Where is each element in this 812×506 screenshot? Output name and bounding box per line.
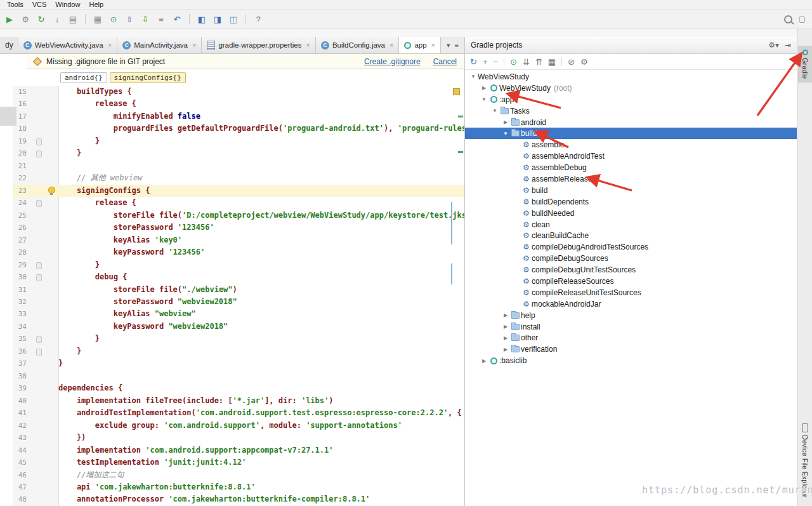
group-modules-icon[interactable]: ▦: [548, 58, 556, 66]
expand-arrow-icon[interactable]: ▶: [501, 312, 510, 318]
tab-close-icon[interactable]: ×: [108, 41, 112, 49]
expand-arrow-icon[interactable]: ▶: [480, 358, 488, 364]
undo-icon[interactable]: ↶: [171, 15, 183, 23]
expand-arrow-icon[interactable]: ▼: [469, 74, 478, 79]
help-icon[interactable]: ?: [252, 15, 264, 23]
tree-item-webviewstudy[interactable]: ▶WebViewStudy(root): [465, 83, 797, 94]
run-icon[interactable]: ▶: [4, 15, 15, 23]
chart-icon[interactable]: ◫: [228, 15, 239, 23]
tree-item-compiledebugunittestsources[interactable]: ⚙compileDebugUnitTestSources: [465, 264, 797, 276]
tree-item-app[interactable]: ▼:app: [465, 94, 797, 105]
tree-item-build[interactable]: ⚙build: [465, 185, 797, 196]
line-number: 38: [13, 370, 27, 382]
tab-close-icon[interactable]: ×: [431, 41, 435, 49]
tab-overflow-icon[interactable]: ≡: [455, 41, 459, 49]
expand-all-icon[interactable]: ⇊: [523, 58, 530, 66]
menu-item-help[interactable]: Help: [84, 1, 108, 8]
menu-item-window[interactable]: Window: [51, 1, 84, 8]
notification-action-cancel[interactable]: Cancel: [433, 57, 457, 66]
expand-arrow-icon[interactable]: ▼: [501, 131, 510, 136]
expand-arrow-icon[interactable]: ▼: [490, 108, 499, 114]
right-tool-window-bar: Gradle Device File Explorer: [797, 29, 812, 506]
search-icon[interactable]: [784, 15, 792, 23]
changes-icon[interactable]: ≡: [155, 15, 167, 23]
tab-buildconfig-java[interactable]: CBuildConfig.java×: [316, 37, 400, 53]
menu-item-tools[interactable]: Tools: [3, 1, 28, 8]
download-icon[interactable]: ↓: [51, 15, 63, 23]
vcs-commit-icon[interactable]: ⇩: [140, 15, 151, 23]
tree-item-tasks[interactable]: ▼Tasks: [465, 105, 797, 117]
tree-item-compiledebugsources[interactable]: ⚙compileDebugSources: [465, 253, 797, 264]
code-line: 25 storeFile file('D:/completeproject/we…: [13, 210, 464, 222]
window-icon[interactable]: ◧: [196, 15, 207, 23]
tree-item-verification[interactable]: ▶verification: [465, 343, 797, 355]
tree-item-webviewstudy[interactable]: ▼WebViewStudy: [465, 71, 797, 83]
breadcrumb-chip-android[interactable]: android{}: [60, 72, 107, 83]
tree-item-other[interactable]: ▶other: [465, 332, 797, 343]
tree-item-assembledebug[interactable]: ⚙assembleDebug: [465, 162, 797, 173]
save-all-icon[interactable]: ▤: [67, 15, 79, 23]
fold-marker-icon[interactable]: [36, 349, 42, 356]
inspection-status-icon[interactable]: [453, 88, 460, 95]
tree-item-compilereleasesources[interactable]: ⚙compileReleaseSources: [465, 276, 797, 287]
code-editor[interactable]: 15 buildTypes {16 release {17 minifyEnab…: [13, 86, 464, 506]
vcs-update-icon[interactable]: ⇧: [124, 15, 135, 23]
fold-marker-icon[interactable]: [36, 274, 42, 281]
gradle-refresh-icon[interactable]: ↻: [470, 58, 477, 66]
expand-arrow-icon[interactable]: ▶: [501, 335, 510, 341]
code-text: implementation 'com.android.support:appc…: [58, 444, 464, 456]
expand-arrow-icon[interactable]: ▶: [501, 119, 510, 125]
tree-item-assemblerelease[interactable]: ⚙assembleRelease: [465, 173, 797, 185]
tree-item-basiclib[interactable]: ▶:basiclib: [465, 355, 797, 366]
detach-project-icon[interactable]: −: [494, 58, 499, 66]
tree-item-build[interactable]: ▼build: [465, 128, 797, 139]
fold-marker-icon[interactable]: [36, 150, 42, 157]
tree-item-android[interactable]: ▶android: [465, 117, 797, 128]
tree-item-builddependents[interactable]: ⚙buildDependents: [465, 196, 797, 208]
tree-item-install[interactable]: ▶install: [465, 321, 797, 333]
offline-mode-icon[interactable]: ⊘: [568, 58, 575, 66]
fold-marker-icon[interactable]: [36, 336, 42, 343]
print-icon[interactable]: ▦: [92, 15, 103, 23]
tree-item-assemble[interactable]: ⚙assemble: [465, 139, 797, 150]
settings-icon[interactable]: ⚙: [20, 15, 31, 23]
tool-window-tab-gradle[interactable]: Gradle: [798, 46, 812, 83]
collapse-all-icon[interactable]: ⇈: [535, 58, 542, 66]
panel-settings-icon[interactable]: ⚙▾: [768, 41, 779, 50]
intention-bulb-icon[interactable]: [48, 187, 55, 194]
fold-marker-icon[interactable]: [36, 262, 42, 269]
menu-item-vcs[interactable]: VCS: [28, 1, 51, 8]
fold-marker-icon[interactable]: [36, 138, 42, 145]
tree-item-mockableandroidjar[interactable]: ⚙mockableAndroidJar: [465, 298, 797, 310]
tree-item-help[interactable]: ▶help: [465, 310, 797, 321]
breadcrumb-chip-signingconfigs[interactable]: signingConfigs{}: [110, 72, 186, 83]
sync-icon[interactable]: ↻: [36, 15, 47, 23]
notification-action-create-gitignore[interactable]: Create .gitignore: [364, 57, 421, 66]
run-task-icon[interactable]: ⊙: [510, 58, 517, 66]
toggle-icon[interactable]: ⊙: [108, 15, 119, 23]
expand-arrow-icon[interactable]: ▶: [480, 85, 488, 91]
tab-overflow-icon[interactable]: ▾: [447, 41, 450, 50]
attach-project-icon[interactable]: +: [483, 58, 488, 66]
fold-marker-icon[interactable]: [36, 200, 42, 207]
layout-icon[interactable]: ◨: [212, 15, 223, 23]
tab-close-icon[interactable]: ×: [390, 41, 393, 49]
tree-item-assembleandroidtest[interactable]: ⚙assembleAndroidTest: [465, 150, 797, 162]
expand-arrow-icon[interactable]: ▶: [501, 324, 510, 330]
expand-arrow-icon[interactable]: ▼: [480, 97, 488, 102]
expand-arrow-icon[interactable]: ▶: [501, 347, 510, 352]
tree-item-compiledebugandroidtestsources[interactable]: ⚙compileDebugAndroidTestSources: [465, 241, 797, 253]
tab-close-icon[interactable]: ×: [306, 41, 310, 49]
tab-close-icon[interactable]: ×: [192, 41, 196, 49]
tab-app[interactable]: app×: [399, 37, 441, 53]
window-mode-icon[interactable]: ▢: [799, 15, 806, 23]
tree-item-buildneeded[interactable]: ⚙buildNeeded: [465, 208, 797, 219]
tab-gradle-wrapper-properties[interactable]: gradle-wrapper.properties×: [202, 37, 315, 53]
tree-item-compilereleaseunittestsources[interactable]: ⚙compileReleaseUnitTestSources: [465, 287, 797, 298]
hide-panel-icon[interactable]: ⇥: [785, 41, 791, 50]
tree-item-cleanbuildcache[interactable]: ⚙cleanBuildCache: [465, 230, 797, 241]
tab-webviewactivity-java[interactable]: CWebViewActivity.java×: [18, 37, 117, 53]
tree-item-clean[interactable]: ⚙clean: [465, 219, 797, 230]
tab-mainactivity-java[interactable]: CMainActivity.java×: [117, 37, 202, 53]
gradle-settings-icon[interactable]: ⚙: [580, 58, 588, 66]
